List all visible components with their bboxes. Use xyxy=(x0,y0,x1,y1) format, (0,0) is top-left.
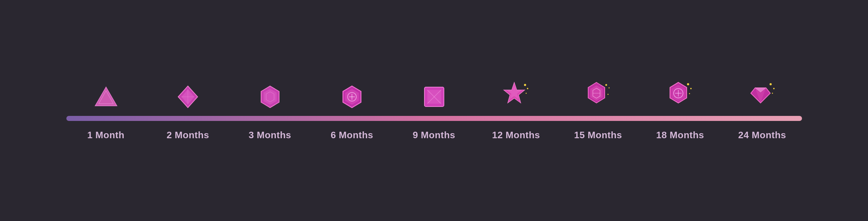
diamond-icon xyxy=(175,84,201,109)
svg-point-40 xyxy=(772,93,773,94)
svg-point-20 xyxy=(526,93,527,94)
progress-bar xyxy=(66,116,802,121)
milestone-24months xyxy=(726,81,798,109)
label-3months: 3 Months xyxy=(234,130,306,141)
labels-row: 1 Month 2 Months 3 Months 6 Months 9 Mon… xyxy=(66,130,802,141)
crystal-icon xyxy=(584,81,613,109)
milestone-1month xyxy=(70,84,142,109)
triangle-icon xyxy=(93,84,119,109)
timeline-container: 1 Month 2 Months 3 Months 6 Months 9 Mon… xyxy=(38,81,831,141)
square-icon xyxy=(422,84,447,109)
hexagon-icon xyxy=(257,84,283,109)
svg-point-39 xyxy=(773,88,775,89)
label-18months: 18 Months xyxy=(644,130,716,141)
svg-point-23 xyxy=(605,84,607,86)
shield-hex-icon xyxy=(339,84,365,109)
label-9months: 9 Months xyxy=(398,130,470,141)
shield-round-icon xyxy=(666,81,695,109)
svg-point-18 xyxy=(524,84,526,86)
svg-point-31 xyxy=(690,88,692,89)
label-15months: 15 Months xyxy=(562,130,634,141)
milestone-2months xyxy=(152,84,224,109)
milestone-3months xyxy=(234,84,306,109)
svg-point-25 xyxy=(607,94,608,95)
svg-marker-0 xyxy=(95,87,117,106)
milestone-9months xyxy=(398,84,470,109)
icons-row xyxy=(66,81,802,109)
svg-point-30 xyxy=(687,83,689,85)
milestone-18months xyxy=(644,81,716,109)
svg-point-19 xyxy=(527,88,528,89)
label-12months: 12 Months xyxy=(480,130,552,141)
label-2months: 2 Months xyxy=(152,130,224,141)
label-1month: 1 Month xyxy=(70,130,142,141)
label-24months: 24 Months xyxy=(726,130,798,141)
milestone-12months xyxy=(480,81,552,109)
svg-point-38 xyxy=(770,83,772,85)
svg-point-24 xyxy=(608,87,609,88)
star-icon xyxy=(502,81,530,109)
milestone-6months xyxy=(316,84,388,109)
label-6months: 6 Months xyxy=(316,130,388,141)
gem-icon xyxy=(748,81,777,109)
svg-point-32 xyxy=(689,93,690,94)
milestone-15months xyxy=(562,81,634,109)
